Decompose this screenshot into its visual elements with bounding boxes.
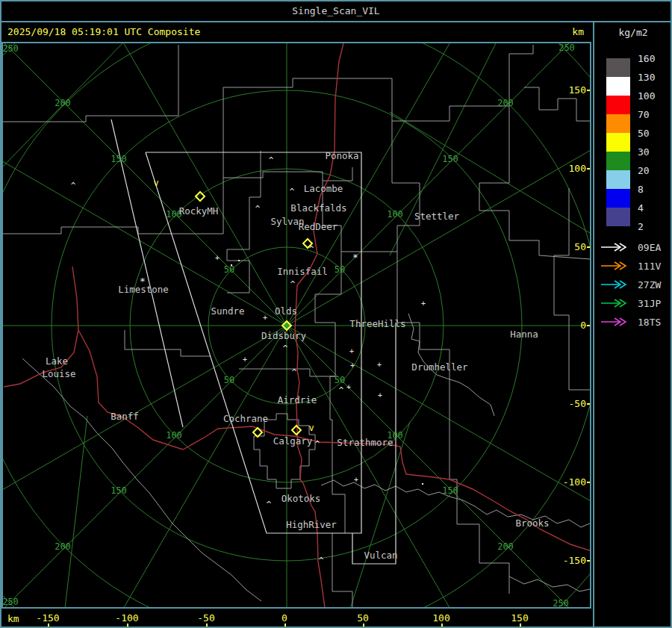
range-ring-label: 50 [224,375,234,385]
poi-caret-marker: ^ [71,181,76,190]
range-ring-label: 150 [111,485,127,496]
boundary-line [22,358,261,601]
right-axis-tick-label: -100 [563,476,586,488]
bottom-axis-tick-mark [48,624,49,628]
boundary-line [125,330,211,356]
bottom-axis-tick-label: 0 [268,612,301,624]
poi-caret-marker: ^ [315,439,320,449]
city-label: Airdrie [278,394,317,405]
right-axis-tick-label: 50 [574,241,586,252]
city-label: Innisfail [277,266,328,277]
city-label: Calgary [273,435,313,447]
poi-dot-marker [238,260,240,261]
poi-plus-marker: + [377,361,382,369]
radar-id-label: 111V [638,261,661,272]
legend-scale-value: 100 [638,90,668,102]
legend-swatch [606,208,630,226]
range-ring-label: 250 [3,597,19,607]
radar-id-label: 27ZW [638,279,661,290]
range-ring-label: 200 [55,98,71,108]
radar-app-window: Single_Scan_VIL 2025/09/18 05:19:01 UTC … [0,0,672,628]
radar-site-diamond-icon [292,426,301,435]
highway-line [78,330,590,551]
bottom-axis-tick-mark [363,624,364,628]
radar-id-label: 09EA [638,242,661,253]
legend-scale-value: 70 [638,109,668,120]
right-axis-tick-label: 150 [569,84,586,96]
range-ring-label: 100 [387,209,403,220]
poi-plus-marker: + [243,355,247,364]
info-bar: 2025/09/18 05:19:01 UTC Composite km [1,22,591,42]
window-title: Single_Scan_VIL [292,5,379,16]
poi-caret-marker: ^ [290,187,295,196]
poi-dot-marker [231,264,232,266]
legend-swatch [606,133,630,152]
bottom-axis-tick-label: 100 [425,612,458,624]
city-label: ThreeHills [349,318,405,329]
legend-swatch [606,170,630,189]
storm-vector-icon: v [308,423,314,433]
radar-coverage-outline [111,119,183,427]
graticule-line [65,416,87,607]
range-ring-label: 150 [442,485,458,496]
graticule-line [390,43,496,255]
legend-swatch [606,114,630,133]
legend-radar-row: 27ZW [594,278,672,293]
poi-caret-marker: ^ [283,343,288,353]
poi-plus-marker: + [215,254,220,262]
legend-scale-value: 8 [638,184,668,195]
legend-swatch [606,152,630,170]
boundary-line [3,45,178,122]
legend-radar-row: 31JP [594,296,672,311]
bottom-axis-tick-mark [206,624,208,628]
bottom-axis-tick-label: -150 [31,612,64,624]
poi-dot-marker [422,483,423,485]
poi-plus-marker: + [421,299,426,308]
city-label: HighRiver [286,519,337,530]
range-ring-label: 200 [497,98,514,108]
legend-radar-row: 09EA [594,240,672,255]
poi-caret-marker: ^ [339,385,344,395]
legend-swatch [606,77,630,96]
range-ring-label: 150 [111,154,127,164]
bottom-axis-tick-mark [520,624,521,628]
city-label: Didsbury [261,330,307,341]
radar-id-label: 18TS [638,317,661,328]
boundary-line [397,252,509,594]
bottom-axis-unit-label: km [7,613,19,624]
poi-plus-marker: + [354,476,358,484]
radar-arrow-icon [600,280,630,290]
poi-plus-marker: + [350,361,355,370]
boundary-line [332,533,352,607]
bottom-axis-tick-mark [284,624,286,628]
city-label: Brooks [515,517,549,529]
city-label: Drumheller [411,361,468,373]
bottom-axis-tick-label: -100 [111,612,143,624]
city-label: RedDeer [299,221,338,232]
scan-timestamp: 2025/09/18 05:19:01 UTC Composite [7,26,200,37]
city-label: Blackfalds [290,202,346,214]
radar-arrow-icon [600,261,630,271]
bottom-axis-tick-label: 150 [503,612,536,624]
legend-scale-value: 130 [638,72,668,83]
right-axis-tick-label: -50 [569,398,586,409]
poi-plus-marker: + [263,314,267,322]
poi-plus-marker: + [346,383,351,391]
legend-scale-value: 50 [638,128,668,139]
storm-vector-icon: v [153,178,158,188]
city-label: Sundre [211,305,244,317]
radar-map-area: 5010015020025050100150200250501001502002… [1,42,591,609]
legend-scale-value: 160 [638,53,668,64]
range-ring-label: 200 [497,541,514,552]
legend-scale-value: 4 [638,202,668,214]
poi-caret-marker: ^ [292,367,297,377]
range-ring-label: 250 [559,43,575,53]
right-axis-tick-label: 100 [569,163,586,174]
window-title-bar[interactable]: Single_Scan_VIL [1,1,671,22]
poi-plus-marker: + [378,391,382,400]
city-label: Lake [46,355,68,367]
right-axis-tick-label: -150 [563,555,586,566]
bottom-axis-tick-label: -50 [190,612,223,624]
city-label: Banff [111,411,139,422]
bottom-axis-tick-mark [127,624,128,628]
